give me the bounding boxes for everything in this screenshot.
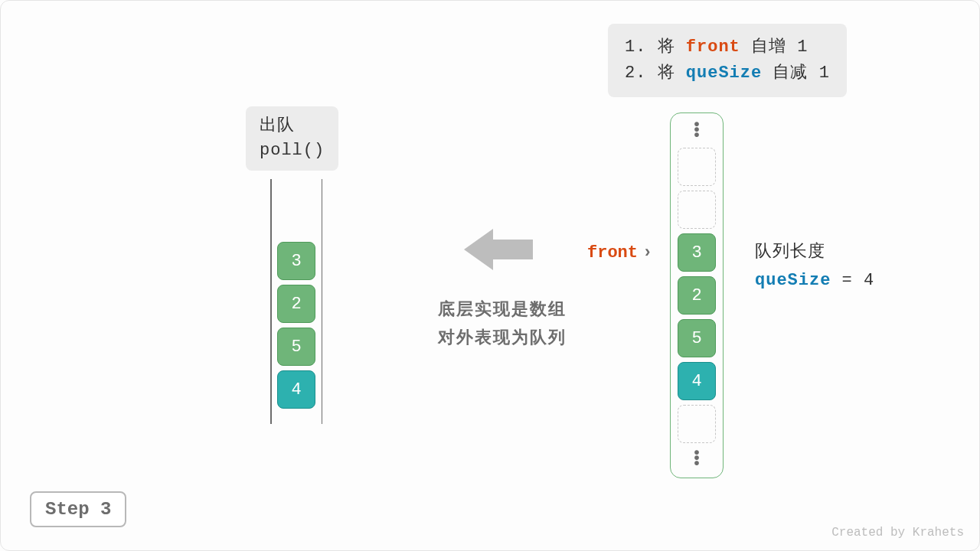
step1-prefix: 1. 将 bbox=[625, 37, 686, 57]
step2-keyword-quesize: queSize bbox=[686, 64, 762, 83]
front-pointer: front› bbox=[587, 243, 652, 262]
size-expr: queSize = 4 bbox=[755, 266, 874, 295]
size-note: 队列长度 queSize = 4 bbox=[755, 238, 874, 295]
array-slot: 4 bbox=[678, 362, 716, 400]
array-column: ••• 3 2 5 4 ••• bbox=[670, 112, 724, 478]
chevron-right-icon: › bbox=[642, 243, 652, 262]
arrow-left-icon bbox=[460, 223, 537, 276]
vertical-ellipsis-icon: ••• bbox=[692, 119, 701, 143]
step-badge-text: Step 3 bbox=[45, 499, 111, 520]
vertical-ellipsis-icon: ••• bbox=[692, 448, 701, 471]
queue-rails: 3 2 5 4 bbox=[270, 179, 322, 424]
array-slot-value: 2 bbox=[691, 286, 701, 305]
svg-marker-0 bbox=[464, 229, 533, 270]
array-slot-empty bbox=[678, 148, 716, 186]
poll-line1: 出队 bbox=[260, 114, 325, 139]
step-line-1: 1. 将 front 自增 1 bbox=[625, 34, 830, 60]
array-slot: 5 bbox=[678, 319, 716, 357]
queue-items: 3 2 5 4 bbox=[277, 242, 315, 409]
caption-line1: 底层实现是数组 bbox=[403, 296, 602, 324]
queue-cell-value: 2 bbox=[291, 295, 301, 314]
step-badge: Step 3 bbox=[30, 491, 126, 527]
array-slot-empty bbox=[678, 405, 716, 443]
queue-cell-value: 4 bbox=[291, 380, 301, 399]
size-value: 4 bbox=[864, 271, 874, 290]
array-slot-value: 5 bbox=[691, 329, 701, 348]
poll-label: 出队 poll() bbox=[246, 106, 338, 171]
size-keyword-quesize: queSize bbox=[755, 271, 831, 290]
step2-suffix: 自减 1 bbox=[762, 64, 830, 83]
step-line-2: 2. 将 queSize 自减 1 bbox=[625, 60, 830, 86]
array-slot-value: 4 bbox=[691, 372, 701, 391]
array-slot-value: 3 bbox=[691, 243, 701, 262]
queue-cell-value: 3 bbox=[291, 252, 301, 271]
center-caption: 底层实现是数组 对外表现为队列 bbox=[403, 296, 602, 354]
step1-keyword-front: front bbox=[686, 37, 740, 57]
caption-line2: 对外表现为队列 bbox=[403, 324, 602, 353]
queue-cell-value: 5 bbox=[291, 337, 301, 357]
array-slot-empty bbox=[678, 191, 716, 229]
size-label: 队列长度 bbox=[755, 238, 874, 266]
size-eq: = bbox=[831, 271, 864, 290]
queue-cell: 4 bbox=[277, 370, 315, 409]
credit-text: Created by Krahets bbox=[831, 526, 964, 540]
queue-cell: 3 bbox=[277, 242, 315, 280]
array-slot: 3 bbox=[678, 233, 716, 272]
array-slot: 2 bbox=[678, 276, 716, 315]
queue-cell: 2 bbox=[277, 285, 315, 323]
front-label: front bbox=[587, 243, 638, 262]
step2-prefix: 2. 将 bbox=[625, 64, 686, 83]
step1-suffix: 自增 1 bbox=[740, 37, 808, 57]
credit: Created by Krahets bbox=[831, 526, 964, 540]
steps-box: 1. 将 front 自增 1 2. 将 queSize 自减 1 bbox=[608, 24, 847, 97]
queue-cell: 5 bbox=[277, 328, 315, 366]
poll-line2: poll() bbox=[260, 139, 325, 163]
